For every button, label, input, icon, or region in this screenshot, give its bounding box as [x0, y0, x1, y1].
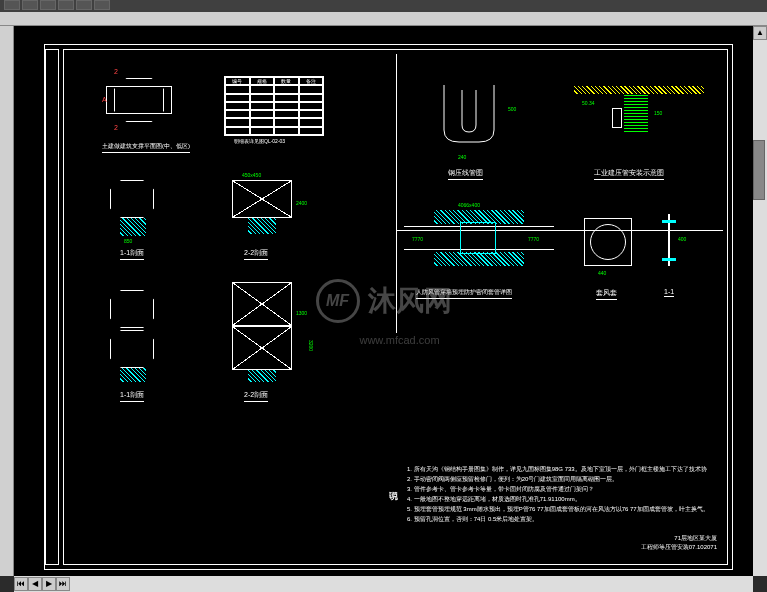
dim-7770-l: 7770 — [412, 236, 423, 242]
title-block: 71层地区某大厦 工程师等压管安装07.102071 — [627, 534, 717, 556]
dim-850: 850 — [124, 238, 132, 244]
nav-prev-icon[interactable]: ◀ — [28, 577, 42, 591]
section-flange-t — [662, 220, 676, 223]
ubolt-title: 钢压线管图 — [448, 168, 483, 180]
scrollbar-horizontal[interactable]: ⏮ ◀ ▶ ⏭ — [14, 576, 753, 592]
drawing-border-outer: 2 2 A 土建做建筑支撑平面图(中、低区) 编号 规格 数量 备注 明细表详见… — [44, 44, 733, 570]
toolbar — [0, 0, 767, 12]
section-2-2b-box1 — [232, 282, 292, 326]
ruler-horizontal — [0, 12, 767, 26]
tool-icon[interactable] — [94, 0, 110, 10]
binding-margin — [45, 49, 59, 565]
pipe-clamp — [612, 108, 622, 128]
dim-450: 450x450 — [242, 172, 261, 178]
dim-440: 440 — [598, 270, 606, 276]
drawing-canvas[interactable]: 2 2 A 土建做建筑支撑平面图(中、低区) 编号 规格 数量 备注 明细表详见… — [14, 26, 753, 576]
section-hatch — [120, 218, 146, 236]
note-line: 6. 预留孔洞位置，否则：74日 0.5米后地处置架。 — [407, 514, 707, 524]
note-line: 3. 管件参考卡、管卡参考卡等量，带卡固封闭防腐及管件通过门架问？ — [407, 484, 707, 494]
scrollbar-vertical[interactable]: ▲ — [753, 26, 767, 576]
slab-hatch — [574, 86, 704, 94]
wall-hatch — [624, 94, 648, 134]
table-header: 数量 — [274, 77, 299, 85]
titleblock-line2: 工程师等压管安装07.102071 — [627, 543, 717, 552]
square-title: 套风套 — [596, 288, 617, 300]
sleeve-title: 人防风管穿墙预埋防护密闭套管详图 — [416, 288, 512, 299]
parts-table: 编号 规格 数量 备注 — [224, 76, 324, 136]
dim-7770-r: 7770 — [528, 236, 539, 242]
section-1-1b-oct — [110, 290, 154, 328]
note-line: 4. 一般地图不整地穿远距离堵，材质选图时孔准孔71.91100mm。 — [407, 494, 707, 504]
note-line: 5. 预埋套管预埋规范 3mm随水预出，预埋P管76 77加固成套管板的河在风法… — [407, 504, 707, 514]
tool-icon[interactable] — [40, 0, 56, 10]
section-hatch-b — [120, 368, 146, 382]
section-2-2b-title: 2-2剖面 — [244, 390, 268, 402]
section-flange-b — [662, 258, 676, 261]
tool-icon[interactable] — [76, 0, 92, 10]
nav-first-icon[interactable]: ⏮ — [14, 577, 28, 591]
table-header: 编号 — [225, 77, 250, 85]
table-cell — [225, 85, 250, 93]
note-line: 1. 所有天沟《钢结构手册图集》制作，详见九国标图集98G 733。及地下室顶一… — [407, 464, 707, 474]
section-mark-2b: 2 — [114, 124, 118, 131]
tab-bar: ⏮ ◀ ▶ ⏭ — [14, 576, 70, 592]
ubolt-detail — [434, 80, 504, 150]
notes-block: 说明 1. 所有天沟《钢结构手册图集》制作，详见九国标图集98G 733。及地下… — [407, 464, 707, 524]
section-2-2b-box2 — [232, 326, 292, 370]
section-2-2b-hatch — [248, 370, 276, 382]
dim-3200: 3200 — [308, 340, 314, 351]
table-header: 规格 — [250, 77, 275, 85]
scroll-up-icon[interactable]: ▲ — [753, 26, 767, 40]
titleblock-line1: 71层地区某大厦 — [627, 534, 717, 543]
dim-400: 400 — [678, 236, 686, 242]
section-mark-2: 2 — [114, 68, 118, 75]
ruler-vertical — [0, 26, 14, 576]
sleeve-flange — [460, 222, 496, 254]
note-line: 2. 手动密闭阀两侧应预留检修门，便列：为20号门建筑室面同用隔离砌围一层。 — [407, 474, 707, 484]
drawing-border-inner: 2 2 A 土建做建筑支撑平面图(中、低区) 编号 规格 数量 备注 明细表详见… — [63, 49, 728, 565]
tool-icon[interactable] — [22, 0, 38, 10]
scroll-thumb-v[interactable] — [753, 140, 765, 200]
nav-last-icon[interactable]: ⏭ — [56, 577, 70, 591]
ubolt-svg — [434, 80, 504, 150]
sleeve-wall-bot — [434, 252, 524, 266]
dim-240: 240 — [458, 154, 466, 160]
section-1-1b-title: 1-1剖面 — [120, 390, 144, 402]
dim-5034: 50.34 — [582, 100, 595, 106]
section-2-2-title: 2-2剖面 — [244, 248, 268, 260]
section-2-2-hatch — [248, 218, 276, 234]
dim-500: 500 — [508, 106, 516, 112]
bar-title: 1-1 — [664, 288, 674, 297]
dim-4066: 4066x400 — [458, 202, 480, 208]
tool-icon[interactable] — [58, 0, 74, 10]
plan-rect — [106, 86, 172, 114]
section-1-1-oct — [110, 180, 154, 218]
tool-icon[interactable] — [4, 0, 20, 10]
dim-1300: 1300 — [296, 310, 307, 316]
table-footer: 明细表详见图QL-02-03 — [234, 138, 285, 144]
dim-150: 150 — [654, 110, 662, 116]
section-mark-a: A — [102, 96, 107, 103]
section-1-1b-oct2 — [110, 330, 154, 368]
nav-next-icon[interactable]: ▶ — [42, 577, 56, 591]
divider-vertical — [396, 54, 397, 333]
dim-2400: 2400 — [296, 200, 307, 206]
circle-opening — [590, 224, 626, 260]
section-1-1-title: 1-1剖面 — [120, 248, 144, 260]
plan-title: 土建做建筑支撑平面图(中、低区) — [102, 142, 190, 153]
table-header: 备注 — [299, 77, 324, 85]
section-2-2-box — [232, 180, 292, 218]
watermark-url: www.mfcad.com — [359, 334, 439, 346]
install-title: 工业建压管安装示意图 — [594, 168, 664, 180]
